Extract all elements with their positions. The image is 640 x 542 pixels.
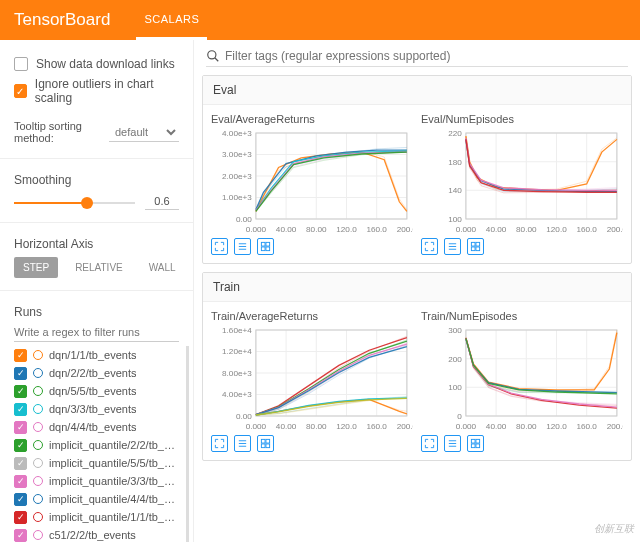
svg-rect-31 — [266, 247, 270, 251]
checkbox-label: Show data download links — [36, 57, 175, 71]
run-label: dqn/2/2/tb_events — [49, 367, 136, 379]
svg-text:80.00: 80.00 — [306, 422, 327, 431]
run-checkbox-icon — [14, 403, 27, 416]
svg-rect-87 — [266, 439, 270, 443]
run-label: dqn/4/4/tb_events — [49, 421, 136, 433]
axis-relative-button[interactable]: RELATIVE — [66, 257, 132, 278]
fit-domain-icon[interactable] — [467, 238, 484, 255]
svg-text:80.00: 80.00 — [516, 225, 537, 234]
expand-icon[interactable] — [211, 238, 228, 255]
run-color-icon — [33, 422, 43, 432]
smoothing-slider[interactable] — [14, 202, 135, 204]
toggle-y-axis-icon[interactable] — [444, 435, 461, 452]
chart-plot[interactable]: 1001401802200.00040.0080.00120.0160.0200… — [421, 127, 623, 235]
svg-rect-86 — [261, 439, 265, 443]
expand-icon[interactable] — [211, 435, 228, 452]
run-row[interactable]: dqn/2/2/tb_events — [14, 364, 176, 382]
svg-text:80.00: 80.00 — [306, 225, 327, 234]
fit-domain-icon[interactable] — [467, 435, 484, 452]
run-checkbox-icon — [14, 475, 27, 488]
run-label: implicit_quantile/4/4/tb_events — [49, 493, 176, 505]
run-label: dqn/1/1/tb_events — [49, 349, 136, 361]
run-row[interactable]: dqn/4/4/tb_events — [14, 418, 176, 436]
run-color-icon — [33, 386, 43, 396]
svg-text:160.0: 160.0 — [366, 422, 387, 431]
svg-text:0.00: 0.00 — [236, 412, 252, 421]
run-row[interactable]: implicit_quantile/1/1/tb_events — [14, 508, 176, 526]
fit-domain-icon[interactable] — [257, 238, 274, 255]
svg-text:200: 200 — [448, 355, 462, 364]
panel-header[interactable]: Train — [203, 273, 631, 302]
svg-text:0.00: 0.00 — [236, 215, 252, 224]
svg-text:120.0: 120.0 — [336, 225, 357, 234]
svg-text:160.0: 160.0 — [576, 422, 597, 431]
toggle-y-axis-icon[interactable] — [234, 435, 251, 452]
run-label: implicit_quantile/2/2/tb_events — [49, 439, 176, 451]
expand-icon[interactable] — [421, 435, 438, 452]
smoothing-value[interactable]: 0.6 — [145, 195, 179, 210]
run-row[interactable]: implicit_quantile/4/4/tb_events — [14, 490, 176, 508]
svg-text:40.00: 40.00 — [276, 422, 297, 431]
run-checkbox-icon — [14, 385, 27, 398]
chart-title: Train/NumEpisodes — [421, 310, 623, 322]
run-row[interactable]: dqn/3/3/tb_events — [14, 400, 176, 418]
run-checkbox-icon — [14, 367, 27, 380]
checkbox-icon — [14, 57, 28, 71]
run-color-icon — [33, 476, 43, 486]
panel-header[interactable]: Eval — [203, 76, 631, 105]
fit-domain-icon[interactable] — [257, 435, 274, 452]
svg-text:200.0: 200.0 — [397, 422, 413, 431]
svg-point-0 — [208, 51, 216, 59]
ignore-outliers-toggle[interactable]: Ignore outliers in chart scaling — [14, 74, 179, 108]
runs-list: dqn/1/1/tb_eventsdqn/2/2/tb_eventsdqn/5/… — [0, 346, 189, 542]
svg-text:200.0: 200.0 — [397, 225, 413, 234]
run-color-icon — [33, 440, 43, 450]
run-label: implicit_quantile/3/3/tb_events — [49, 475, 176, 487]
chart-plot[interactable]: 0.004.00e+38.00e+31.20e+41.60e+40.00040.… — [211, 324, 413, 432]
run-row[interactable]: implicit_quantile/3/3/tb_events — [14, 472, 176, 490]
show-download-links-toggle[interactable]: Show data download links — [14, 54, 179, 74]
svg-text:180: 180 — [448, 158, 462, 167]
run-label: implicit_quantile/1/1/tb_events — [49, 511, 176, 523]
svg-text:3.00e+3: 3.00e+3 — [222, 151, 252, 160]
watermark-text: 创新互联 — [594, 522, 634, 536]
axis-step-button[interactable]: STEP — [14, 257, 58, 278]
checkbox-icon — [14, 84, 27, 98]
svg-rect-114 — [471, 439, 475, 443]
run-row[interactable]: dqn/5/5/tb_events — [14, 382, 176, 400]
axis-wall-button[interactable]: WALL — [140, 257, 185, 278]
svg-rect-117 — [476, 444, 480, 448]
chart-toolbar — [211, 238, 413, 255]
tag-filter-input[interactable] — [225, 49, 628, 63]
chart-plot[interactable]: 0.001.00e+32.00e+33.00e+34.00e+30.00040.… — [211, 127, 413, 235]
svg-text:4.00e+3: 4.00e+3 — [222, 391, 252, 400]
toggle-y-axis-icon[interactable] — [444, 238, 461, 255]
runs-filter-input[interactable] — [14, 323, 179, 342]
svg-text:0: 0 — [457, 412, 462, 421]
svg-rect-30 — [261, 247, 265, 251]
run-row[interactable]: dqn/1/1/tb_events — [14, 346, 176, 364]
chart-card: Eval/AverageReturns 0.001.00e+32.00e+33.… — [211, 113, 413, 255]
run-row[interactable]: c51/2/2/tb_events — [14, 526, 176, 542]
app-header: TensorBoard SCALARS — [0, 0, 640, 40]
tab-scalars[interactable]: SCALARS — [136, 0, 207, 40]
run-color-icon — [33, 350, 43, 360]
run-checkbox-icon — [14, 511, 27, 524]
svg-rect-57 — [476, 242, 480, 246]
expand-icon[interactable] — [421, 238, 438, 255]
svg-text:100: 100 — [448, 383, 462, 392]
run-row[interactable]: implicit_quantile/5/5/tb_events — [14, 454, 176, 472]
svg-text:1.00e+3: 1.00e+3 — [222, 194, 252, 203]
toggle-y-axis-icon[interactable] — [234, 238, 251, 255]
tooltip-sort-select[interactable]: default — [109, 123, 179, 142]
sidebar: Show data download links Ignore outliers… — [0, 40, 194, 542]
tooltip-sort-label: Tooltip sorting method: — [14, 120, 103, 144]
chart-card: Train/NumEpisodes 01002003000.00040.0080… — [421, 310, 623, 452]
run-row[interactable]: implicit_quantile/2/2/tb_events — [14, 436, 176, 454]
chart-plot[interactable]: 01002003000.00040.0080.00120.0160.0200.0 — [421, 324, 623, 432]
svg-text:220: 220 — [448, 129, 462, 138]
run-color-icon — [33, 368, 43, 378]
run-color-icon — [33, 404, 43, 414]
svg-text:40.00: 40.00 — [486, 225, 507, 234]
svg-rect-52 — [466, 133, 617, 219]
